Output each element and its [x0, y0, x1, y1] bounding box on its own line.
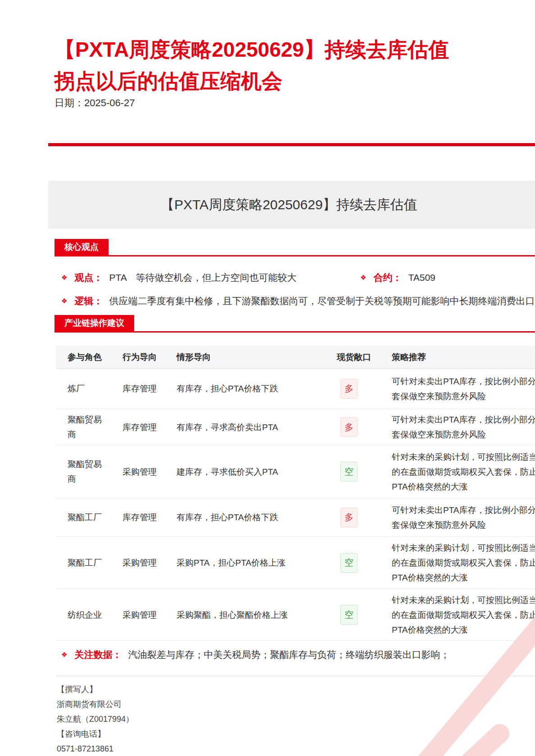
exposure-badge: 空 [340, 605, 358, 625]
cell-situation: 有库存，担心PTA价格下跌 [177, 510, 337, 525]
contract-label: 合约： [373, 272, 402, 283]
cell-strategy: 可针对未卖出PTA库存，按比例小部分 套保做空来预防意外风险 [392, 374, 535, 404]
exposure-badge: 多 [340, 379, 358, 399]
table-row: 聚酯工厂 库存管理 有库存，担心PTA价格下跌 多 可针对未卖出PTA库存，按比… [56, 498, 535, 537]
contract-value: TA509 [408, 272, 435, 283]
cell-situation: 采购PTA，担心PTA价格上涨 [177, 555, 337, 570]
cell-role: 聚酯贸易商 [56, 412, 122, 442]
header-exposure: 现货敞口 [337, 350, 392, 364]
cell-strategy: 针对未来的采购计划，可按照比例适当 的在盘面做期货或期权买入套保，防止 PTA价… [392, 450, 535, 494]
diamond-bullet-icon: ❖ [61, 297, 67, 305]
cell-strategy: 针对未来的采购计划，可按照比例适当 的在盘面做期货或期权买入套保，防止 PTA价… [392, 593, 535, 637]
page-title-line1: 【PXTA周度策略20250629】持续去库估值 [54, 34, 535, 65]
phone-number: 0571-87213861 [57, 742, 134, 756]
article-date: 日期：2025-06-27 [54, 96, 135, 110]
advice-table: 参与角色 行为导向 情形导向 现货敞口 策略推荐 炼厂 库存管理 有库存，担心P… [56, 346, 535, 641]
cell-role: 聚酯贸易商 [56, 457, 122, 486]
company-name: 浙商期货有限公司 [57, 697, 134, 712]
section-core-view: 核心观点 [54, 239, 535, 256]
diamond-bullet-icon: ❖ [61, 274, 67, 281]
section-tag-core: 核心观点 [54, 239, 109, 255]
footer-divider [56, 676, 535, 676]
cell-behavior: 采购管理 [122, 608, 177, 622]
table-row: 聚酯贸易商 采购管理 建库存，寻求低价买入PTA 空 针对未来的采购计划，可按照… [56, 446, 535, 498]
focus-data-label: 关注数据： [74, 649, 122, 660]
cell-strategy: 可针对未卖出PTA库存，按比例小部分 套保做空来预防意外风险 [392, 412, 535, 442]
cell-behavior: 采购管理 [122, 555, 177, 570]
viewpoint-value: PTA 等待做空机会，但上方空间也可能较大 [109, 272, 296, 283]
cell-situation: 采购聚酯，担心聚酯价格上涨 [177, 608, 337, 622]
exposure-badge: 多 [340, 508, 358, 527]
diamond-bullet-icon: ❖ [61, 651, 67, 658]
logic-row: ❖逻辑：供应端二季度有集中检修，且下游聚酯数据尚可，尽管受制于关税等预期可能影响… [61, 295, 535, 307]
header-situation: 情形导向 [177, 350, 337, 364]
cell-strategy: 针对未来的采购计划，可按照比例适当 的在盘面做期货或期权买入套保，防止 PTA价… [392, 540, 535, 585]
report-page: 【PXTA周度策略20250629】持续去库估值 拐点以后的估值压缩机会 日期：… [0, 0, 535, 756]
cell-role: 炼厂 [56, 381, 122, 396]
exposure-badge: 空 [340, 553, 358, 573]
logic-value: 供应端二季度有集中检修，且下游聚酯数据尚可，尽管受制于关税等预期可能影响中长期终… [109, 296, 535, 306]
author-tag: 【撰写人】 [57, 682, 134, 697]
focus-data-row: ❖关注数据：汽油裂差与库存；中美关税局势；聚酯库存与负荷；终端纺织服装出口影响； [61, 648, 449, 661]
report-banner: 【PXTA周度策略20250629】持续去库估值 [48, 181, 535, 229]
table-row: 聚酯工厂 采购管理 采购PTA，担心PTA价格上涨 空 针对未来的采购计划，可按… [56, 537, 535, 589]
cell-behavior: 库存管理 [122, 510, 177, 525]
table-row: 聚酯贸易商 库存管理 有库存，寻求高价卖出PTA 多 可针对未卖出PTA库存，按… [56, 409, 535, 446]
cell-role: 聚酯工厂 [56, 555, 122, 570]
page-title: 【PXTA周度策略20250629】持续去库估值 拐点以后的估值压缩机会 [54, 34, 535, 97]
analyst-name: 朱立航（Z0017994） [57, 712, 134, 727]
exposure-badge: 多 [340, 417, 358, 437]
page-title-line2: 拐点以后的估值压缩机会 [54, 65, 535, 97]
cell-strategy: 可针对未卖出PTA库存，按比例小部分 套保做空来预防意外风险 [392, 503, 535, 532]
cell-situation: 有库存，担心PTA价格下跌 [177, 381, 337, 396]
header-behavior: 行为导向 [122, 350, 177, 364]
phone-tag: 【咨询电话】 [57, 727, 134, 742]
diamond-bullet-icon: ❖ [360, 274, 366, 281]
viewpoint-row: ❖观点：PTA 等待做空机会，但上方空间也可能较大 [61, 271, 297, 284]
footer-block: 【撰写人】 浙商期货有限公司 朱立航（Z0017994） 【咨询电话】 0571… [57, 682, 134, 756]
cell-role: 纺织企业 [56, 608, 122, 622]
cell-behavior: 采购管理 [122, 464, 177, 479]
header-role: 参与角色 [56, 350, 122, 364]
banner-title: 【PXTA周度策略20250629】持续去库估值 [161, 196, 417, 214]
table-row: 纺织企业 采购管理 采购聚酯，担心聚酯价格上涨 空 针对未来的采购计划，可按照比… [56, 589, 535, 641]
viewpoint-label: 观点： [74, 272, 103, 283]
contract-row: ❖合约：TA509 [360, 271, 435, 284]
cell-role: 聚酯工厂 [56, 510, 122, 525]
cell-behavior: 库存管理 [122, 381, 177, 396]
table-header-row: 参与角色 行为导向 情形导向 现货敞口 策略推荐 [56, 346, 535, 369]
cell-behavior: 库存管理 [122, 420, 177, 435]
section-chain-advice: 产业链操作建议 [54, 315, 535, 333]
header-strategy: 策略推荐 [392, 350, 535, 364]
section-tag-advice: 产业链操作建议 [54, 315, 134, 331]
red-divider-rule [48, 143, 535, 146]
table-row: 炼厂 库存管理 有库存，担心PTA价格下跌 多 可针对未卖出PTA库存，按比例小… [56, 369, 535, 409]
exposure-badge: 空 [340, 462, 358, 482]
logic-label: 逻辑： [74, 296, 103, 306]
cell-situation: 有库存，寻求高价卖出PTA [177, 420, 337, 435]
cell-situation: 建库存，寻求低价买入PTA [177, 464, 337, 479]
focus-data-value: 汽油裂差与库存；中美关税局势；聚酯库存与负荷；终端纺织服装出口影响； [128, 649, 449, 660]
